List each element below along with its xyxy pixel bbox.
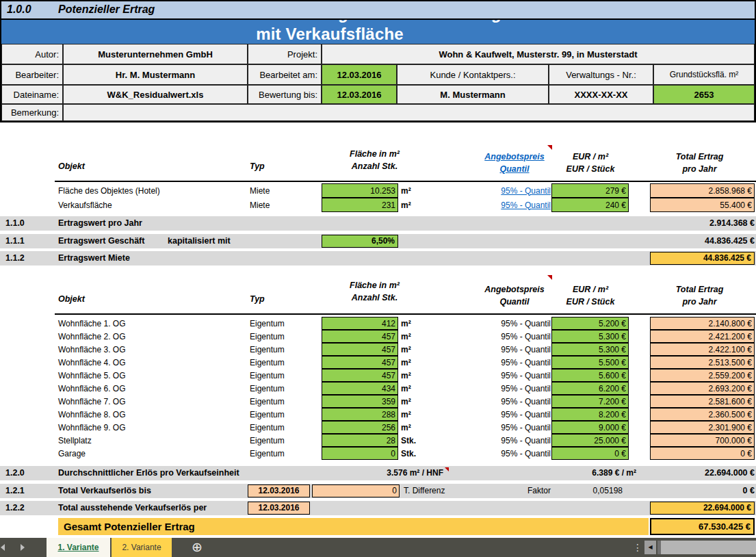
table-row: Wohnfläche 3. OG Eigentum 457 m² 95% - Q… — [0, 343, 756, 356]
total-cell: 55.400 € — [650, 198, 755, 212]
preis-input[interactable]: 6.200 € — [551, 382, 629, 395]
col-header-flaeche: Fläche in m²Anzahl Stk. — [315, 279, 434, 304]
quantil-cell: 95% - Quantil — [448, 434, 551, 447]
col-header-total: Total Ertragpro Jahr — [643, 151, 756, 175]
preis-input[interactable]: 8.200 € — [551, 408, 629, 421]
section-band: 1.0.0 Potenzieller Ertrag — [0, 0, 756, 20]
preis-input[interactable]: 7.200 € — [551, 395, 629, 408]
table-row: Fläche des Objektes (Hotel) Miete 10.253… — [0, 183, 756, 198]
verwaltung-label: Verwaltungs - Nr.: — [549, 64, 653, 85]
autor-value: Musterunternehmen GmbH — [63, 44, 248, 64]
flaeche-input[interactable]: 28 — [322, 434, 398, 447]
bearbeitet-am-input[interactable]: 12.03.2016 — [322, 64, 397, 85]
horizontal-scrollbar[interactable] — [657, 541, 756, 554]
scrollbar-thumb[interactable] — [661, 541, 756, 554]
preis-input[interactable]: 5.300 € — [551, 330, 629, 343]
gesamt-label: Gesamt Potenzieller Ertrag — [64, 518, 195, 535]
preis-input[interactable]: 25.000 € — [551, 434, 629, 447]
grundstueck-input[interactable]: 2653 — [653, 85, 755, 104]
einheit-label: m² — [401, 382, 411, 395]
total-cell: 2.513.500 € — [650, 356, 755, 369]
preis-input[interactable]: 5.300 € — [551, 343, 629, 356]
row-code: 1.1.2 — [5, 251, 25, 265]
quantil-link[interactable]: 95% - Quantil — [448, 183, 551, 198]
tab-nav-right-icon[interactable] — [21, 544, 25, 551]
flaeche-input[interactable]: 0 — [322, 447, 398, 460]
typ-cell: Eigentum — [250, 317, 285, 330]
dateiname-label: Dateiname: — [1, 85, 63, 104]
bewertung-bis-input[interactable]: 12.03.2016 — [322, 85, 397, 104]
tab-nav-left-icon[interactable] — [1, 544, 5, 551]
dateiname-value: W&K_Residualwert.xls — [63, 85, 248, 104]
differenz-cell: 0 — [312, 484, 400, 497]
row-value-cell: 22.694.000 € — [650, 502, 755, 515]
projekt-label: Projekt: — [248, 44, 322, 64]
flaeche-input[interactable]: 359 — [322, 395, 398, 408]
einheit-label: Stk. — [401, 434, 416, 447]
table-row: Wohnfläche 5. OG Eigentum 457 m² 95% - Q… — [0, 369, 756, 382]
total-cell: 2.422.100 € — [650, 343, 755, 356]
flaeche-input[interactable]: 457 — [322, 356, 398, 369]
flaeche-input[interactable]: 10.253 — [322, 183, 398, 198]
preis-input[interactable]: 5.600 € — [551, 369, 629, 382]
table-row: Wohnfläche 9. OG Eigentum 256 m² 95% - Q… — [0, 421, 756, 434]
verkaufserloes-date-input[interactable]: 12.03.2016 — [248, 484, 310, 497]
ausstehend-date-input[interactable]: 12.03.2016 — [248, 502, 310, 515]
col-header-objekt: Objekt — [58, 161, 85, 171]
scroll-left-icon[interactable]: ◀ — [644, 541, 656, 554]
flaeche-input[interactable]: 288 — [322, 408, 398, 421]
faktor-label: Faktor — [493, 484, 551, 498]
row-value-cell: 44.836.425 € — [650, 252, 755, 265]
flaeche-input[interactable]: 457 — [322, 330, 398, 343]
objekt-cell: Verkaufsfläche — [58, 198, 112, 212]
einheit-label: m² — [401, 198, 411, 212]
col-header-typ: Typ — [250, 161, 265, 171]
flaeche-input[interactable]: 412 — [322, 317, 398, 330]
preis-input[interactable]: 5.500 € — [551, 356, 629, 369]
preis-input[interactable]: 240 € — [551, 198, 629, 212]
flaeche-input[interactable]: 256 — [322, 421, 398, 434]
header-divider — [55, 181, 756, 182]
total-cell: 0 € — [650, 447, 755, 460]
preis-input[interactable]: 5.200 € — [551, 317, 629, 330]
col-header-flaeche: Fläche in m²Anzahl Stk. — [315, 148, 434, 172]
preis-input[interactable]: 9.000 € — [551, 421, 629, 434]
preis-input[interactable]: 0 € — [551, 447, 629, 460]
add-sheet-icon[interactable]: ⊕ — [192, 538, 203, 557]
row-code: 1.1.1 — [5, 234, 25, 248]
kebab-menu-icon[interactable]: ⋮ — [633, 538, 643, 557]
typ-cell: Eigentum — [250, 408, 285, 421]
flaeche-input[interactable]: 457 — [322, 343, 398, 356]
bearbeiter-value: Hr. M. Mustermann — [63, 64, 248, 85]
col-header-eur: EUR / m²EUR / Stück — [546, 283, 635, 308]
grundstueck-label: Grundstücksflä. m² — [653, 64, 755, 85]
table-row: Garage Eigentum 0 Stk. 95% - Quantil 0 €… — [0, 447, 756, 460]
row-label: Total Verkaufserlös bis — [58, 484, 151, 498]
hnf-area-value: 3.576 m² / HNF — [322, 466, 443, 480]
typ-cell: Eigentum — [250, 382, 285, 395]
flaeche-input[interactable]: 457 — [322, 369, 398, 382]
bemerkung-input[interactable] — [63, 104, 755, 121]
typ-cell: Eigentum — [250, 356, 285, 369]
comment-marker-icon — [547, 145, 552, 150]
col-header-typ: Typ — [250, 294, 265, 304]
table-row: Wohnfläche 2. OG Eigentum 457 m² 95% - Q… — [0, 330, 756, 343]
typ-cell: Eigentum — [250, 395, 285, 408]
gesamt-value-cell: 67.530.425 € — [650, 518, 755, 535]
row-value: 44.836.425 € — [604, 234, 755, 248]
row-sublabel: kapitalisiert mit — [168, 234, 231, 248]
quantil-link[interactable]: 95% - Quantil — [448, 198, 551, 212]
sheet-tab-variante-2[interactable]: 2. Variante — [112, 538, 172, 557]
objekt-cell: Fläche des Objektes (Hotel) — [58, 183, 160, 198]
sheet-tab-variante-1[interactable]: 1. Variante — [47, 538, 110, 557]
sheet-tab-bar: 1. Variante 2. Variante ⊕ ⋮ ◀ — [0, 538, 756, 557]
comment-marker-icon — [547, 275, 552, 280]
total-cell: 2.421.200 € — [650, 330, 755, 343]
preis-input[interactable]: 279 € — [551, 183, 629, 198]
flaeche-input[interactable]: 231 — [322, 198, 398, 212]
total-cell: 2.140.800 € — [650, 317, 755, 330]
table-row: Wohnfläche 7. OG Eigentum 359 m² 95% - Q… — [0, 395, 756, 408]
flaeche-input[interactable]: 434 — [322, 382, 398, 395]
kapitalisierung-input[interactable]: 6,50% — [322, 235, 398, 248]
typ-cell: Eigentum — [250, 330, 285, 343]
